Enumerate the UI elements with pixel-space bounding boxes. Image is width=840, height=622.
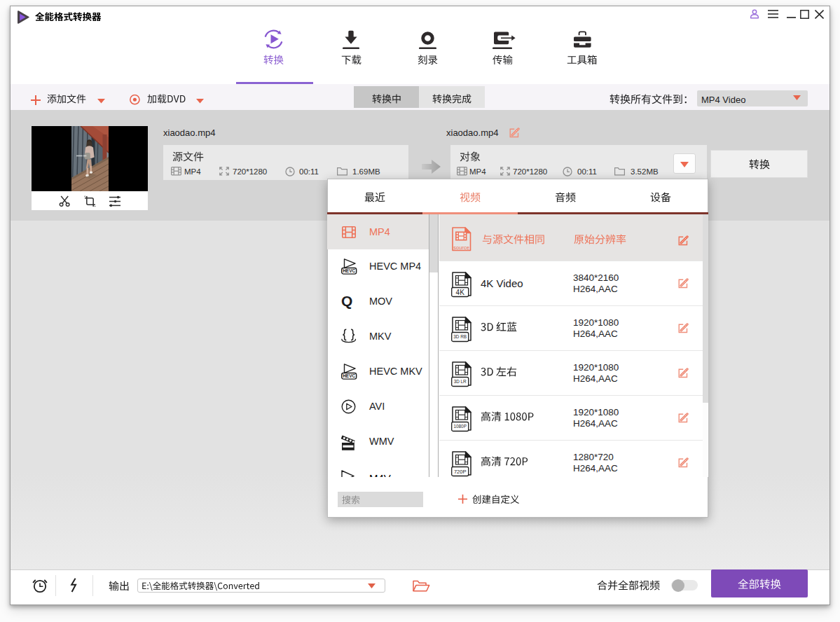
svg-text:720P: 720P <box>454 469 467 475</box>
svg-text:3D LR: 3D LR <box>454 379 467 384</box>
svg-text:1080P: 1080P <box>453 424 466 429</box>
svg-text:HEVC: HEVC <box>343 373 355 378</box>
svg-text:4K: 4K <box>456 289 465 296</box>
svg-text:HEVC: HEVC <box>343 268 355 273</box>
svg-text:source: source <box>453 244 469 251</box>
svg-text:3D RB: 3D RB <box>453 334 467 339</box>
